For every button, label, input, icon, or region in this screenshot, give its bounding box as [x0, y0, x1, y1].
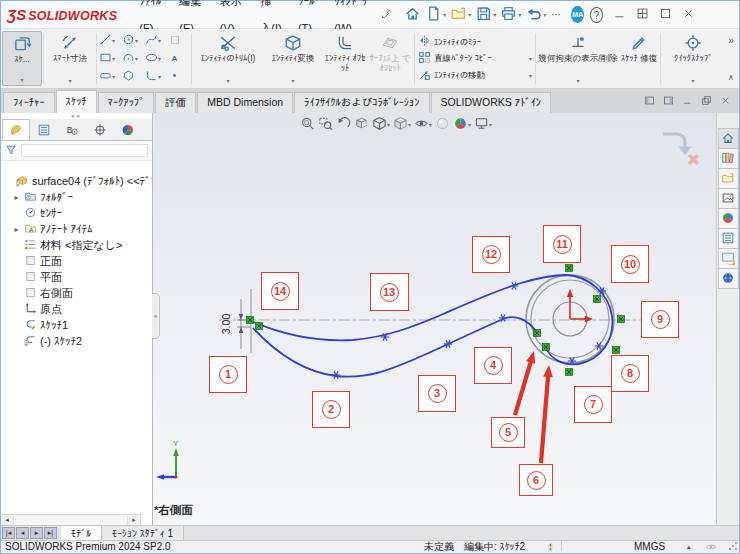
- tab-SOLIDWORKS ｱﾄﾞｲﾝ[interactable]: SOLIDWORKS ｱﾄﾞｲﾝ: [431, 92, 551, 113]
- unit-system-label[interactable]: MMGS: [634, 541, 665, 553]
- 3dexperience-button[interactable]: [718, 268, 739, 289]
- prev-tab-icon[interactable]: ◂: [16, 527, 29, 539]
- doc-restore-icon[interactable]: [701, 95, 712, 108]
- doc-tab-motion-study[interactable]: ﾓｰｼｮﾝ ｽﾀﾃﾞｨ 1: [102, 526, 184, 540]
- user-avatar[interactable]: MA: [571, 6, 584, 23]
- doc-close-icon[interactable]: [720, 95, 731, 108]
- edit-appearance-button[interactable]: [434, 116, 451, 133]
- maximize-button[interactable]: [659, 7, 672, 22]
- help-icon[interactable]: ?: [590, 7, 603, 23]
- minimize-button[interactable]: [613, 7, 626, 22]
- tree-item-sensors[interactable]: ｾﾝｻｰ: [4, 205, 152, 221]
- tab-評価[interactable]: 評価: [155, 92, 196, 113]
- scroll-right-icon[interactable]: ▸: [128, 516, 140, 524]
- pin-menubar-icon[interactable]: [380, 7, 393, 22]
- move-entities-button[interactable]: ｴﾝﾃｨﾃｨの移動▾: [418, 68, 532, 83]
- sketch-point-marker[interactable]: [566, 265, 573, 272]
- polygon-tool[interactable]: [121, 68, 144, 86]
- sketch-button[interactable]: ｽｹ... ▾: [2, 31, 42, 86]
- tab-ｽｹｯﾁ[interactable]: ｽｹｯﾁ: [56, 90, 97, 113]
- plane-ghost-tool[interactable]: [167, 32, 190, 50]
- section-view-button[interactable]: [353, 116, 370, 133]
- ellipse-tool[interactable]: ▾: [144, 50, 167, 68]
- tree-item-origin[interactable]: 原点: [4, 301, 152, 317]
- sketch-point-marker[interactable]: [256, 323, 263, 330]
- doc-tab-model[interactable]: ﾓﾃﾞﾙ: [61, 526, 102, 540]
- dropdown-caret-icon[interactable]: ▾: [543, 11, 546, 18]
- solidworks-resources-button[interactable]: [718, 128, 739, 149]
- spline-tool[interactable]: ▾: [144, 32, 167, 50]
- tree-item-sketch1[interactable]: ｽｹｯﾁ1: [4, 317, 152, 333]
- last-tab-icon[interactable]: ▸|: [44, 527, 57, 539]
- tree-item-history-folder[interactable]: ▸ﾌｫﾙﾀﾞｰ: [4, 189, 152, 205]
- tree-item-material[interactable]: 材料 <指定なし>: [4, 237, 152, 253]
- sketch-point-marker[interactable]: [618, 316, 625, 323]
- tree-item-sketch2[interactable]: (-) ｽｹｯﾁ2: [4, 333, 152, 349]
- dropdown-caret-icon[interactable]: ▾: [468, 11, 471, 18]
- home-button[interactable]: [403, 4, 422, 25]
- file-explorer-button[interactable]: [718, 168, 739, 189]
- expand-icon[interactable]: ▸: [12, 225, 21, 234]
- text-tool[interactable]: A: [167, 50, 190, 68]
- trim-entities-button[interactable]: ｴﾝﾃｨﾃｨのﾄﾘﾑ(I) ▾: [193, 31, 263, 86]
- slot-tool[interactable]: ▾: [98, 68, 121, 86]
- tab-ﾗｲﾌｻｲｸﾙおよびｺﾗﾎﾞﾚｰｼｮﾝ[interactable]: ﾗｲﾌｻｲｸﾙおよびｺﾗﾎﾞﾚｰｼｮﾝ: [294, 92, 430, 113]
- toolbar-overflow-icon[interactable]: ⋯: [551, 9, 561, 20]
- ribbon-collapse-icon[interactable]: ∧: [728, 73, 734, 82]
- sketch-point-marker[interactable]: [543, 344, 550, 351]
- spline-lower[interactable]: [253, 317, 537, 376]
- dropdown-caret-icon[interactable]: ▾: [518, 11, 521, 18]
- tab-MBD Dimension[interactable]: MBD Dimension: [197, 92, 293, 113]
- custom-properties-button[interactable]: [718, 228, 739, 249]
- display-delete-relations-button[interactable]: 幾何拘束の表示/削除 ▾: [537, 31, 619, 86]
- tab-dimxpertmanager[interactable]: [86, 119, 114, 140]
- dropdown-caret-icon[interactable]: ▾: [493, 11, 496, 18]
- status-tag-icon[interactable]: [705, 541, 717, 554]
- sketch-point-marker[interactable]: [534, 330, 541, 337]
- tab-featuremanager[interactable]: [2, 119, 30, 140]
- view-settings-button[interactable]: ▾: [473, 116, 493, 133]
- convert-entities-button[interactable]: ｴﾝﾃｨﾃｨ変換 ▾: [263, 31, 323, 86]
- doc-minimize-icon[interactable]: [682, 95, 693, 108]
- unit-system-caret-icon[interactable]: ▴: [687, 541, 691, 553]
- quick-snaps-button[interactable]: ｸｲｯｸｽﾅｯﾌﾟ ▾: [662, 31, 724, 86]
- filter-input[interactable]: [21, 144, 148, 157]
- zoom-to-fit-button[interactable]: [299, 116, 316, 133]
- tree-item-right-plane[interactable]: 右側面: [4, 285, 152, 301]
- mirror-entities-button[interactable]: ｴﾝﾃｨﾃｨのﾐﾗｰ: [418, 34, 532, 49]
- new-document-button[interactable]: ▾: [424, 4, 447, 25]
- pane-right-icon[interactable]: [663, 95, 674, 108]
- tab-ﾏｰｸｱｯﾌﾟ[interactable]: ﾏｰｸｱｯﾌﾟ: [98, 92, 155, 113]
- ribbon-expand-icon[interactable]: »: [728, 35, 734, 46]
- first-tab-icon[interactable]: |◂: [2, 527, 15, 539]
- smart-dimension-button[interactable]: ｽﾏｰﾄ寸法 ▾: [45, 31, 95, 86]
- close-button[interactable]: [682, 7, 695, 22]
- open-button[interactable]: ▾: [449, 4, 472, 25]
- zoom-to-area-button[interactable]: [317, 116, 334, 133]
- previous-view-button[interactable]: [335, 116, 352, 133]
- tab-propertymanager[interactable]: [30, 119, 58, 140]
- panel-horizontal-scrollbar[interactable]: ◂ ▸: [1, 514, 141, 525]
- fillet-tool[interactable]: ▾: [144, 68, 167, 86]
- next-tab-icon[interactable]: ▸: [30, 527, 43, 539]
- sketch-point-marker[interactable]: [247, 317, 254, 324]
- tree-item-top-plane[interactable]: 平面: [4, 269, 152, 285]
- print-button[interactable]: ▾: [499, 4, 522, 25]
- spline-point-marker[interactable]: [332, 371, 340, 378]
- arc-tool[interactable]: ▾: [121, 50, 144, 68]
- resize-grip[interactable]: [728, 541, 737, 550]
- repair-sketch-button[interactable]: ｽｹｯﾁ 修復: [619, 31, 659, 86]
- sketch-point-marker[interactable]: [613, 347, 620, 354]
- design-library-button[interactable]: [718, 148, 739, 169]
- view-orientation-button[interactable]: ▾: [371, 116, 391, 133]
- save-button[interactable]: ▾: [474, 4, 497, 25]
- circle-tool[interactable]: ▾: [121, 32, 144, 50]
- sketch-point-marker[interactable]: [566, 369, 573, 376]
- line-tool[interactable]: ▾: [98, 32, 121, 50]
- expand-icon[interactable]: ▸: [12, 193, 21, 202]
- tree-item-front-plane[interactable]: 正面: [4, 253, 152, 269]
- tab-displaymanager[interactable]: [114, 119, 142, 140]
- exit-sketch-icon[interactable]: [663, 134, 692, 155]
- linear-pattern-button[interactable]: 直線ﾊﾟﾀｰﾝ ｺﾋﾟｰ▾: [418, 51, 532, 66]
- sketch-point-marker[interactable]: [594, 296, 601, 303]
